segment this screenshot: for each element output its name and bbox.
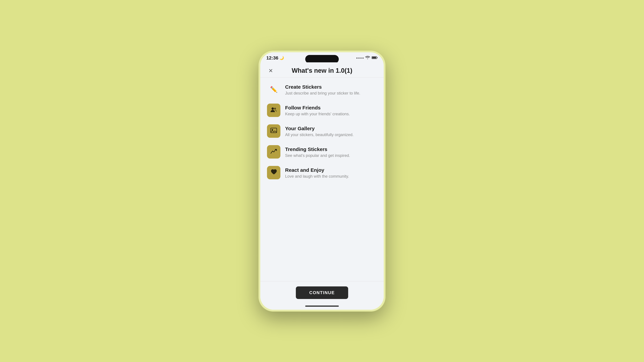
- trending-icon-wrap: [267, 145, 280, 159]
- phone-shell: 12:36 🌙: [258, 50, 386, 312]
- trending-desc: See what's popular and get inspired.: [285, 153, 350, 158]
- react-text: React and Enjoy Love and laugh with the …: [285, 166, 349, 179]
- continue-btn-wrap: CONTINUE: [260, 281, 384, 302]
- close-button[interactable]: ✕: [267, 67, 274, 74]
- home-indicator: [260, 302, 384, 310]
- your-gallery-title: Your Gallery: [285, 126, 354, 131]
- moon-icon: 🌙: [280, 56, 284, 60]
- follow-friends-desc: Keep up with your friends' creations.: [285, 112, 350, 116]
- feature-item-create-stickers: ✏️ Create Stickers Just describe and bri…: [260, 79, 384, 100]
- create-stickers-desc: Just describe and bring your sticker to …: [285, 91, 360, 95]
- close-icon: ✕: [268, 68, 273, 73]
- time-text: 12:36: [266, 55, 278, 61]
- feature-list: ✏️ Create Stickers Just describe and bri…: [260, 77, 384, 281]
- react-icon-wrap: [267, 166, 280, 179]
- react-desc: Love and laugh with the community.: [285, 174, 349, 179]
- dot-1: [356, 57, 358, 59]
- trending-icon: [270, 148, 277, 156]
- status-time: 12:36 🌙: [266, 55, 284, 61]
- dot-2: [358, 57, 360, 59]
- modal-title: What's new in 1.0(1): [292, 67, 352, 74]
- svg-point-6: [272, 129, 273, 130]
- bottom-area: CONTINUE: [260, 281, 384, 310]
- continue-button[interactable]: CONTINUE: [296, 286, 348, 299]
- feature-item-follow-friends: Follow Friends Keep up with your friends…: [260, 100, 384, 121]
- trending-text: Trending Stickers See what's popular and…: [285, 145, 350, 158]
- svg-point-4: [274, 108, 276, 109]
- feature-item-your-gallery: Your Gallery All your stickers, beautifu…: [260, 121, 384, 141]
- react-title: React and Enjoy: [285, 167, 349, 173]
- svg-rect-2: [377, 57, 378, 58]
- phone-screen: 12:36 🌙: [260, 52, 384, 310]
- dot-3: [360, 57, 362, 59]
- battery-icon: [372, 56, 378, 60]
- create-stickers-title: Create Stickers: [285, 84, 360, 90]
- your-gallery-text: Your Gallery All your stickers, beautifu…: [285, 124, 354, 137]
- svg-rect-1: [372, 57, 376, 58]
- your-gallery-icon-wrap: [267, 124, 280, 138]
- create-stickers-icon-wrap: ✏️: [267, 83, 280, 96]
- status-right: [356, 56, 378, 60]
- your-gallery-desc: All your stickers, beautifully organized…: [285, 132, 354, 137]
- follow-friends-title: Follow Friends: [285, 105, 350, 111]
- dot-4: [362, 57, 364, 59]
- svg-point-3: [272, 107, 274, 110]
- feature-item-react: React and Enjoy Love and laugh with the …: [260, 162, 384, 183]
- friends-icon: [270, 106, 277, 114]
- feature-item-trending: Trending Stickers See what's popular and…: [260, 141, 384, 162]
- modal-content: ✕ What's new in 1.0(1) ✏️ Create Sticker…: [260, 62, 384, 310]
- status-bar: 12:36 🌙: [260, 52, 384, 62]
- create-stickers-text: Create Stickers Just describe and bring …: [285, 83, 360, 95]
- home-bar: [305, 306, 339, 307]
- dynamic-island: [305, 55, 339, 63]
- modal-header: ✕ What's new in 1.0(1): [260, 62, 384, 77]
- follow-friends-icon-wrap: [267, 104, 280, 117]
- signal-dots: [356, 57, 364, 59]
- trending-title: Trending Stickers: [285, 146, 350, 152]
- gallery-icon: [270, 127, 277, 135]
- pencil-icon: ✏️: [270, 86, 278, 93]
- heart-icon: [270, 169, 277, 177]
- wifi-icon: [365, 56, 370, 60]
- follow-friends-text: Follow Friends Keep up with your friends…: [285, 104, 350, 116]
